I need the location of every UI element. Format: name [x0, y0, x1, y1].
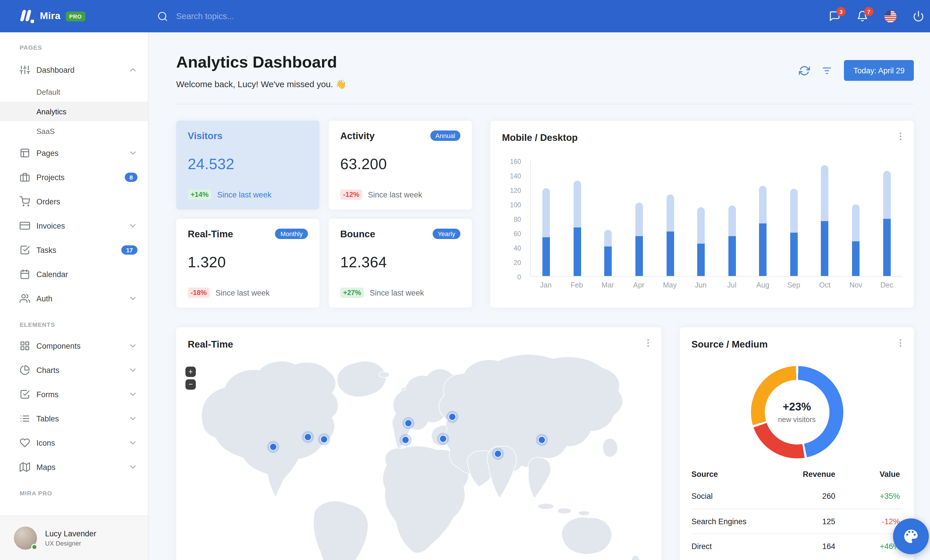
- map-marker[interactable]: [318, 433, 330, 445]
- layout-icon: [20, 148, 30, 158]
- theme-settings-fab[interactable]: [893, 519, 929, 554]
- navbar-search[interactable]: [157, 0, 302, 32]
- sidebar-item-maps[interactable]: Maps: [0, 455, 148, 479]
- donut-center-value: +23%: [783, 400, 811, 413]
- stat-period-badge[interactable]: Annual: [430, 130, 460, 141]
- sidebar-item-calendar[interactable]: Calendar: [0, 262, 148, 286]
- sidebar-user[interactable]: Lucy Lavender UX Designer: [0, 516, 148, 560]
- map-marker[interactable]: [267, 441, 279, 453]
- map-card-title: Real-Time: [188, 339, 233, 350]
- sliders-icon: [20, 64, 30, 75]
- stat-period-badge[interactable]: Monthly: [275, 229, 308, 239]
- map-zoom-out-button[interactable]: −: [185, 379, 196, 390]
- y-axis-tick: 0: [502, 274, 521, 281]
- bar-mar[interactable]: [605, 230, 612, 276]
- bar-apr[interactable]: [635, 203, 643, 276]
- sidebar-item-tasks[interactable]: Tasks17: [0, 238, 148, 262]
- sidebar-item-label: Icons: [36, 439, 128, 447]
- stat-card-real-time: Real-TimeMonthly1.320-18%Since last week: [176, 219, 319, 308]
- sidebar-subitem-default[interactable]: Default: [0, 82, 148, 101]
- more-vertical-icon[interactable]: [895, 338, 906, 348]
- sidebar-item-forms[interactable]: Forms: [0, 382, 148, 407]
- map-marker[interactable]: [402, 417, 414, 429]
- sidebar-item-label: Auth: [36, 294, 128, 303]
- col-header-value: Value: [835, 469, 902, 478]
- date-range-button[interactable]: Today: April 29: [844, 60, 914, 81]
- bar-dec[interactable]: [883, 170, 890, 276]
- sidebar-item-label: Invoices: [36, 221, 128, 230]
- stat-value: 12.364: [340, 253, 460, 272]
- stat-value: 24.532: [188, 155, 308, 173]
- sidebar-item-label: Components: [36, 342, 128, 350]
- map-marker[interactable]: [492, 448, 504, 460]
- brand[interactable]: Mira PRO: [20, 9, 85, 23]
- sidebar-item-auth[interactable]: Auth: [0, 286, 148, 311]
- sidebar-section-label-pages: PAGES: [20, 44, 128, 51]
- chevron-down-icon: [128, 462, 137, 472]
- x-axis-label: Apr: [623, 281, 654, 289]
- notifications-count-badge: 7: [864, 7, 873, 16]
- stat-card-visitors: Visitors24.532+14%Since last week: [176, 121, 319, 210]
- sidebar-section-label-elements: ELEMENTS: [20, 321, 128, 328]
- sign-out-button[interactable]: [913, 11, 924, 22]
- pro-badge: PRO: [66, 11, 86, 21]
- bar-oct[interactable]: [821, 165, 828, 276]
- sidebar-item-charts[interactable]: Charts: [0, 358, 148, 382]
- sidebar-subitem-saas[interactable]: SaaS: [0, 121, 148, 141]
- messages-button[interactable]: 3: [829, 11, 841, 22]
- filter-icon[interactable]: [822, 65, 833, 76]
- sidebar-count-badge: 17: [122, 245, 137, 255]
- sidebar-item-projects[interactable]: Projects8: [0, 165, 148, 189]
- bar-sep[interactable]: [790, 189, 798, 276]
- sidebar-item-label: Orders: [36, 197, 137, 206]
- stacked-bar-chart: 020406080100120140160: [502, 161, 902, 276]
- realtime-map-card: Real-Time + −: [176, 327, 661, 560]
- x-axis-label: Nov: [840, 281, 871, 289]
- sidebar-item-orders[interactable]: Orders: [0, 189, 148, 213]
- chevron-up-icon: [128, 65, 137, 74]
- bar-nov[interactable]: [852, 205, 859, 276]
- sidebar-item-icons[interactable]: Icons: [0, 431, 148, 455]
- power-icon: [913, 11, 924, 22]
- y-axis-tick: 120: [502, 187, 521, 194]
- sidebar-item-dashboard[interactable]: Dashboard: [0, 58, 148, 82]
- stat-value: 63.200: [340, 155, 460, 173]
- sidebar-item-pages[interactable]: Pages: [0, 141, 148, 165]
- notifications-button[interactable]: 7: [857, 11, 868, 22]
- pie-chart-icon: [20, 365, 30, 375]
- chevron-down-icon: [128, 221, 137, 230]
- x-axis-label: Oct: [809, 281, 840, 289]
- x-axis-label: Mar: [592, 281, 623, 289]
- col-header-source: Source: [691, 469, 789, 478]
- sidebar-item-components[interactable]: Components: [0, 334, 148, 358]
- map-zoom-in-button[interactable]: +: [185, 367, 196, 377]
- bar-jul[interactable]: [728, 205, 736, 276]
- bar-aug[interactable]: [759, 186, 767, 276]
- map-marker[interactable]: [437, 433, 449, 445]
- bar-jun[interactable]: [697, 207, 705, 276]
- search-input[interactable]: [175, 11, 302, 21]
- page-title: Analytics Dashboard: [176, 53, 346, 72]
- cell-value: +35%: [835, 492, 902, 500]
- heart-icon: [20, 437, 30, 448]
- stat-period-badge[interactable]: Yearly: [433, 229, 460, 239]
- sidebar-item-invoices[interactable]: Invoices: [0, 213, 148, 238]
- map-marker[interactable]: [446, 411, 458, 423]
- chevron-down-icon: [128, 341, 137, 350]
- map-marker[interactable]: [399, 434, 411, 446]
- analytics-dashboard-page: Mira PRO 3 7 PAGESDashboardDefaultAnalyt…: [0, 0, 930, 560]
- language-flag-us[interactable]: [884, 10, 896, 22]
- bar-jan[interactable]: [543, 188, 550, 276]
- sidebar-subitem-analytics[interactable]: Analytics: [0, 101, 148, 121]
- sidebar-item-label: Dashboard: [36, 66, 128, 74]
- y-axis-tick: 140: [502, 173, 521, 180]
- bar-feb[interactable]: [574, 181, 581, 276]
- more-vertical-icon[interactable]: [895, 131, 906, 141]
- bar-may[interactable]: [666, 195, 674, 276]
- search-icon: [157, 11, 168, 21]
- sidebar-item-tables[interactable]: Tables: [0, 407, 148, 431]
- map-marker[interactable]: [302, 431, 314, 443]
- stat-title: Bounce: [340, 229, 375, 239]
- map-marker[interactable]: [536, 434, 548, 446]
- refresh-icon[interactable]: [799, 65, 810, 76]
